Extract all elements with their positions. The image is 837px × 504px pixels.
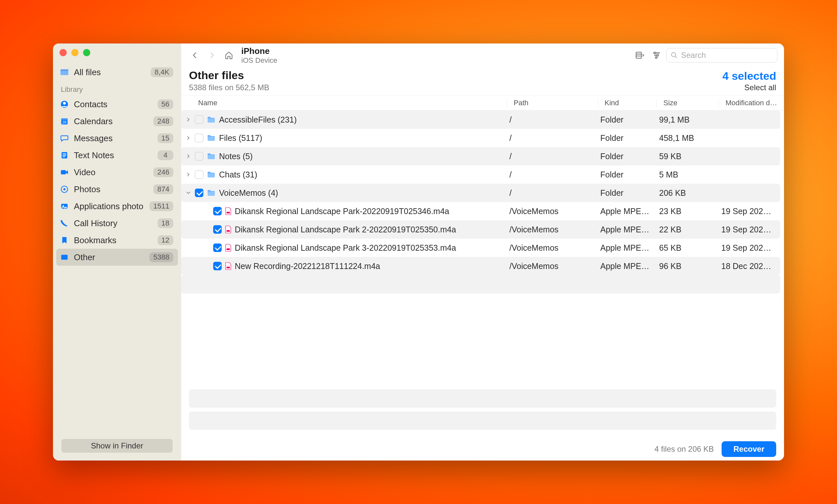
svg-rect-22 bbox=[227, 212, 230, 213]
row-size: 65 KB bbox=[653, 243, 715, 253]
sidebar-item-count: 4 bbox=[158, 150, 173, 160]
location-subtitle: iOS Device bbox=[241, 56, 277, 65]
row-checkbox[interactable] bbox=[195, 134, 203, 142]
forward-button[interactable] bbox=[205, 48, 219, 62]
maximize-icon[interactable] bbox=[83, 49, 90, 56]
audio-file-icon bbox=[225, 226, 231, 233]
view-options-button[interactable] bbox=[632, 48, 647, 62]
empty-row bbox=[189, 389, 776, 408]
row-name: New Recording-20221218T111224.m4a bbox=[235, 262, 380, 271]
show-in-finder-button[interactable]: Show in Finder bbox=[61, 439, 173, 453]
sidebar-item-calendars[interactable]: 29 Calendars 248 bbox=[56, 113, 178, 130]
row-checkbox[interactable] bbox=[195, 170, 203, 179]
row-checkbox[interactable] bbox=[195, 188, 203, 197]
row-path: / bbox=[503, 115, 594, 125]
row-name: Files (5117) bbox=[219, 133, 262, 143]
row-kind: Apple MPEG… bbox=[594, 243, 653, 253]
table-row[interactable]: Notes (5)/Folder59 KB bbox=[181, 147, 780, 165]
table-body: AccessibleFiles (231)/Folder99,1 MBFiles… bbox=[181, 110, 784, 389]
minimize-icon[interactable] bbox=[71, 49, 78, 56]
select-all-button[interactable]: Select all bbox=[723, 83, 776, 92]
row-checkbox[interactable] bbox=[213, 225, 222, 234]
folder-icon bbox=[207, 134, 216, 142]
chevron-down-icon[interactable] bbox=[185, 191, 192, 195]
row-size: 458,1 MB bbox=[653, 133, 715, 143]
search-input[interactable]: Search bbox=[666, 48, 778, 62]
other-icon bbox=[59, 252, 69, 262]
sidebar-item-count: 8,4K bbox=[151, 67, 173, 77]
sidebar-item-appsphoto[interactable]: Applications photo 1511 bbox=[56, 198, 178, 215]
col-path[interactable]: Path bbox=[507, 99, 598, 107]
col-name[interactable]: Name bbox=[189, 99, 507, 107]
calendar-icon: 29 bbox=[59, 116, 69, 126]
svg-text:29: 29 bbox=[63, 120, 66, 124]
location-title: iPhone bbox=[241, 46, 277, 56]
recover-button[interactable]: Recover bbox=[722, 441, 776, 457]
sidebar-item-label: Contacts bbox=[74, 100, 158, 109]
row-checkbox[interactable] bbox=[195, 115, 203, 124]
sidebar-item-allfiles[interactable]: All files 8,4K bbox=[56, 64, 178, 81]
table-row[interactable]: VoiceMemos (4)/Folder206 KB bbox=[181, 184, 780, 202]
phone-icon bbox=[59, 218, 69, 228]
col-size[interactable]: Size bbox=[657, 99, 719, 107]
row-checkbox[interactable] bbox=[213, 244, 222, 252]
svg-rect-8 bbox=[63, 154, 66, 154]
col-kind[interactable]: Kind bbox=[598, 99, 657, 107]
table-row[interactable]: New Recording-20221218T111224.m4a/VoiceM… bbox=[181, 257, 780, 275]
row-size: 23 KB bbox=[653, 206, 715, 216]
table-row[interactable]: Dikansk Regional Landscape Park 3-202209… bbox=[181, 239, 780, 257]
search-icon bbox=[671, 52, 678, 59]
row-path: / bbox=[503, 170, 594, 179]
row-name: AccessibleFiles (231) bbox=[219, 115, 297, 125]
back-button[interactable] bbox=[188, 48, 202, 62]
sidebar-item-label: All files bbox=[74, 67, 151, 77]
row-name: Dikansk Regional Landscape Park 3-202209… bbox=[235, 243, 456, 253]
row-checkbox[interactable] bbox=[213, 262, 222, 270]
chevron-right-icon[interactable] bbox=[185, 136, 192, 140]
chevron-right-icon[interactable] bbox=[185, 172, 192, 177]
toolbar: iPhone iOS Device Search bbox=[181, 43, 784, 67]
table-row[interactable]: Dikansk Regional Landscape Park 2-202209… bbox=[181, 220, 780, 239]
sidebar-item-callhistory[interactable]: Call History 18 bbox=[56, 215, 178, 232]
table-row[interactable]: Chats (31)/Folder5 MB bbox=[181, 165, 780, 184]
svg-rect-10 bbox=[63, 156, 65, 157]
sidebar-item-textnotes[interactable]: Text Notes 4 bbox=[56, 147, 178, 164]
filter-button[interactable] bbox=[649, 48, 664, 62]
allfiles-icon bbox=[59, 67, 69, 77]
svg-point-18 bbox=[654, 52, 656, 54]
svg-rect-17 bbox=[636, 52, 641, 58]
svg-rect-1 bbox=[60, 69, 68, 71]
row-path: /VoiceMemos bbox=[503, 225, 594, 234]
selection-summary: 4 files on 206 KB bbox=[655, 445, 714, 454]
svg-rect-23 bbox=[227, 230, 230, 232]
sidebar-item-bookmarks[interactable]: Bookmarks 12 bbox=[56, 232, 178, 249]
col-mod[interactable]: Modification d… bbox=[719, 99, 784, 107]
sidebar-item-contacts[interactable]: Contacts 56 bbox=[56, 96, 178, 113]
sidebar-item-label: Bookmarks bbox=[74, 235, 158, 246]
table-row[interactable]: Files (5117)/Folder458,1 MB bbox=[181, 129, 780, 147]
home-button[interactable] bbox=[222, 48, 236, 62]
sidebar-item-other[interactable]: Other 5388 bbox=[56, 249, 178, 266]
folder-icon bbox=[207, 189, 216, 196]
sidebar-item-messages[interactable]: Messages 15 bbox=[56, 130, 178, 147]
row-kind: Folder bbox=[594, 170, 653, 179]
sidebar-item-label: Messages bbox=[74, 133, 158, 143]
table-row[interactable]: Dikansk Regional Landscape Park-20220919… bbox=[181, 202, 780, 220]
sidebar-item-count: 5388 bbox=[149, 252, 173, 262]
chevron-right-icon[interactable] bbox=[185, 117, 192, 122]
svg-rect-11 bbox=[61, 170, 66, 175]
close-icon[interactable] bbox=[59, 49, 67, 56]
row-checkbox[interactable] bbox=[195, 152, 203, 161]
row-checkbox[interactable] bbox=[213, 207, 222, 215]
sidebar-item-count: 56 bbox=[158, 100, 173, 109]
chevron-right-icon[interactable] bbox=[185, 154, 192, 159]
row-mod: 19 Sep 202… bbox=[715, 225, 780, 234]
row-path: / bbox=[503, 152, 594, 161]
sidebar-item-photos[interactable]: Photos 874 bbox=[56, 181, 178, 198]
table-row[interactable]: AccessibleFiles (231)/Folder99,1 MB bbox=[181, 110, 780, 129]
row-name: Dikansk Regional Landscape Park-20220919… bbox=[235, 206, 449, 216]
row-size: 96 KB bbox=[653, 262, 715, 271]
empty-row bbox=[189, 412, 776, 430]
sidebar-item-video[interactable]: Video 246 bbox=[56, 164, 178, 181]
folder-icon bbox=[207, 152, 216, 160]
